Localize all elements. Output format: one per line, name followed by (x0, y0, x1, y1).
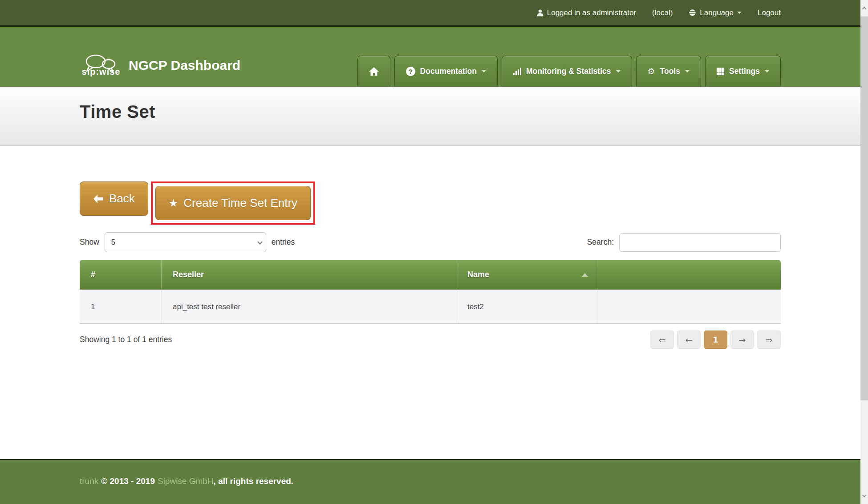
column-header-id-label: # (91, 270, 95, 279)
header: sip:wise NGCP Dashboard ? Documentation … (0, 27, 860, 87)
cell-id: 1 (80, 290, 162, 324)
globe-icon (689, 9, 696, 16)
nav-tools-label: Tools (660, 67, 680, 76)
footer: trunk© 2013 - 2019Sipwise GmbH, all righ… (0, 459, 860, 504)
copyright-line: trunk© 2013 - 2019Sipwise GmbH, all righ… (80, 460, 781, 486)
chevron-down-icon (862, 493, 867, 497)
user-icon (537, 9, 544, 16)
entries-label: entries (272, 238, 295, 247)
column-header-actions[interactable] (597, 260, 781, 290)
question-icon: ? (406, 67, 415, 76)
logo-text: sip:wise (82, 67, 121, 77)
gear-icon: ⚙ (648, 67, 655, 76)
brand[interactable]: sip:wise NGCP Dashboard (80, 53, 240, 77)
highlight-red-box: ★ Create Time Set Entry (151, 181, 315, 225)
time-set-table: # Reseller Name 1 api_test test reseller… (80, 260, 781, 324)
back-button-label: Back (109, 192, 135, 206)
column-header-name[interactable]: Name (456, 260, 597, 290)
grid-icon (717, 68, 724, 75)
nav-documentation-label: Documentation (420, 67, 477, 76)
scroll-down-button[interactable] (860, 488, 868, 504)
logged-in-status: Logged in as administrator (537, 8, 636, 17)
pagination-prev-button[interactable]: ← (677, 331, 701, 349)
home-icon (369, 67, 379, 76)
chevron-down-icon (482, 70, 486, 73)
chevron-down-icon (737, 12, 742, 14)
show-entries-group: Show 5 entries (80, 232, 295, 252)
cell-actions (597, 290, 781, 324)
cell-name: test2 (456, 290, 597, 324)
chevron-down-icon (685, 70, 690, 73)
logout-link[interactable]: Logout (758, 8, 781, 17)
back-button[interactable]: Back (80, 181, 148, 216)
create-time-set-entry-button[interactable]: ★ Create Time Set Entry (155, 186, 311, 220)
page-size-value: 5 (111, 238, 115, 246)
chevron-down-icon (257, 239, 262, 244)
version-link[interactable]: trunk (80, 476, 98, 486)
search-group: Search: (587, 233, 781, 252)
copyright-years: © 2013 - 2019 (101, 476, 155, 486)
pagination: ⇐ ← 1 → ⇒ (650, 331, 781, 349)
topbar: Logged in as administrator (local) Langu… (0, 0, 860, 27)
logged-in-label: Logged in as administrator (547, 8, 636, 17)
title-band: Time Set (0, 87, 860, 146)
actions-row: Back ★ Create Time Set Entry (80, 181, 781, 225)
create-button-label: Create Time Set Entry (183, 196, 297, 210)
pagination-page-1-button[interactable]: 1 (704, 331, 727, 349)
table-header-row: # Reseller Name (80, 260, 781, 290)
search-label: Search: (587, 238, 614, 247)
chevron-down-icon (616, 70, 621, 73)
bar-chart-icon (513, 68, 521, 75)
nav-settings-button[interactable]: Settings (705, 56, 781, 87)
nav-monitoring-button[interactable]: Monitoring & Statistics (502, 56, 632, 87)
pagination-last-button[interactable]: ⇒ (757, 331, 781, 349)
scroll-up-button[interactable] (860, 0, 868, 16)
content: Back ★ Create Time Set Entry Show 5 (0, 146, 860, 459)
sipwise-logo: sip:wise (80, 53, 122, 77)
main-nav: ? Documentation Monitoring & Statistics … (357, 56, 781, 87)
company-link[interactable]: Sipwise GmbH (158, 476, 214, 486)
host-label: (local) (652, 8, 673, 17)
app-title: NGCP Dashboard (129, 58, 240, 73)
column-header-name-label: Name (467, 270, 489, 279)
pagination-first-button[interactable]: ⇐ (650, 331, 674, 349)
sort-ascending-icon (582, 273, 588, 277)
nav-tools-button[interactable]: ⚙ Tools (636, 56, 701, 87)
nav-monitoring-label: Monitoring & Statistics (526, 67, 611, 76)
nav-documentation-button[interactable]: ? Documentation (394, 56, 498, 87)
table-footer: Showing 1 to 1 of 1 entries ⇐ ← 1 → ⇒ (80, 331, 781, 349)
page-title: Time Set (80, 87, 781, 122)
pagination-next-button[interactable]: → (730, 331, 754, 349)
arrow-left-icon (93, 194, 104, 204)
show-label: Show (80, 238, 99, 247)
nav-home-button[interactable] (357, 56, 390, 87)
rights-text: , all rights reserved. (214, 476, 294, 486)
nav-settings-label: Settings (729, 67, 760, 76)
chevron-down-icon (765, 70, 769, 73)
column-header-id[interactable]: # (80, 260, 162, 290)
column-header-reseller[interactable]: Reseller (162, 260, 456, 290)
column-header-reseller-label: Reseller (173, 270, 204, 279)
language-menu[interactable]: Language (689, 8, 742, 17)
page-size-select[interactable]: 5 (105, 232, 266, 252)
star-icon: ★ (169, 198, 178, 209)
entries-summary: Showing 1 to 1 of 1 entries (80, 335, 172, 344)
scrollbar-thumb[interactable] (860, 16, 868, 400)
chevron-up-icon (862, 7, 867, 11)
ngcp-dashboard-page: Logged in as administrator (local) Langu… (0, 0, 868, 504)
vertical-scrollbar[interactable] (860, 0, 868, 504)
table-row[interactable]: 1 api_test test reseller test2 (80, 290, 781, 324)
table-controls: Show 5 entries Search: (80, 232, 781, 252)
cell-reseller: api_test test reseller (162, 290, 456, 324)
language-label: Language (700, 8, 734, 17)
search-input[interactable] (619, 233, 781, 252)
